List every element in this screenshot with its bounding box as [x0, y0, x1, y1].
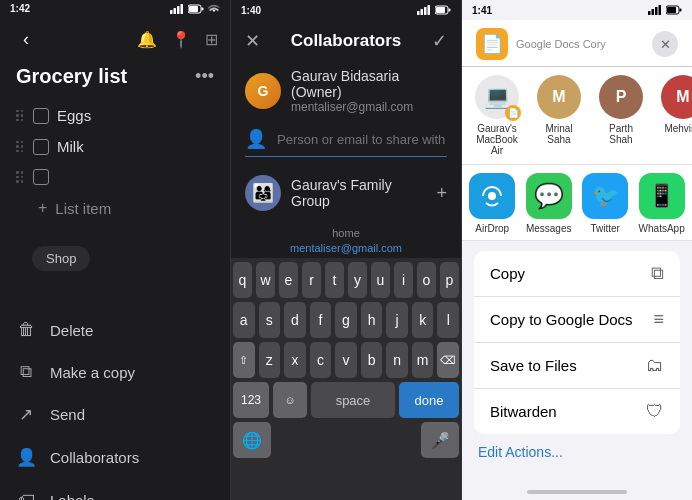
key-h[interactable]: h	[361, 302, 383, 338]
checkbox-eggs[interactable]	[33, 108, 49, 124]
key-e[interactable]: e	[279, 262, 298, 298]
key-o[interactable]: o	[417, 262, 436, 298]
key-c[interactable]: c	[310, 342, 332, 378]
key-s[interactable]: s	[259, 302, 281, 338]
globe-key[interactable]: 🌐	[233, 422, 271, 458]
send-menu-item[interactable]: ↗ Send	[0, 393, 230, 436]
copy-icon: ⧉	[16, 362, 36, 382]
collaborators-title: Collaborators	[291, 31, 402, 51]
labels-label: Labels	[50, 492, 94, 501]
list-item[interactable]	[0, 162, 230, 192]
share-input-row[interactable]: 👤	[245, 128, 447, 157]
svg-rect-12	[436, 7, 445, 13]
labels-menu-item[interactable]: 🏷 Labels	[0, 479, 230, 500]
more-options-button[interactable]: •••	[195, 66, 214, 87]
share-title-row: 📄 Google Docs Cory ✕	[476, 28, 678, 60]
owner-avatar: G	[245, 73, 281, 109]
delete-menu-item[interactable]: 🗑 Delete	[0, 309, 230, 351]
key-v[interactable]: v	[335, 342, 357, 378]
contact-scroll[interactable]: 💻 📄 Gaurav'sMacBook Air M MrinalSaha P P…	[462, 67, 692, 164]
signal-icon	[170, 4, 184, 14]
back-button[interactable]: ‹	[12, 25, 40, 53]
app-icon: 📄	[476, 28, 508, 60]
key-f[interactable]: f	[310, 302, 332, 338]
parth-avatar: P	[599, 75, 643, 119]
copy-action-label: Copy	[490, 265, 525, 282]
key-n[interactable]: n	[386, 342, 408, 378]
bitwarden-label: Bitwarden	[490, 403, 557, 420]
airdrop-action[interactable]: AirDrop	[469, 173, 515, 234]
share-input[interactable]	[277, 132, 447, 147]
backspace-key[interactable]: ⌫	[437, 342, 459, 378]
copy-action[interactable]: Copy ⧉	[474, 251, 680, 297]
contact-parth[interactable]: P ParthShah	[596, 75, 646, 156]
share-sheet-header: 📄 Google Docs Cory ✕	[462, 20, 692, 67]
section-chip[interactable]: Shop	[32, 246, 90, 271]
battery-icon-3	[666, 5, 682, 15]
messages-action[interactable]: 💬 Messages	[526, 173, 572, 234]
num-key[interactable]: 123	[233, 382, 269, 418]
key-m[interactable]: m	[412, 342, 434, 378]
mrinal-avatar: M	[537, 75, 581, 119]
checkbox-empty[interactable]	[33, 169, 49, 185]
shift-key[interactable]: ⇧	[233, 342, 255, 378]
key-q[interactable]: q	[233, 262, 252, 298]
key-i[interactable]: i	[394, 262, 413, 298]
drag-handle	[16, 141, 23, 153]
twitter-icon: 🐦	[582, 173, 628, 219]
done-key[interactable]: done	[399, 382, 459, 418]
key-x[interactable]: x	[284, 342, 306, 378]
key-u[interactable]: u	[371, 262, 390, 298]
location-icon: 📍	[171, 30, 191, 49]
whatsapp-action[interactable]: 📱 WhatsApp	[639, 173, 685, 234]
svg-rect-20	[680, 9, 682, 12]
svg-rect-8	[421, 9, 424, 15]
checkbox-milk[interactable]	[33, 139, 49, 155]
status-icons-3	[648, 5, 682, 15]
collaborators-menu-item[interactable]: 👤 Collaborators	[0, 436, 230, 479]
time-1: 1:42	[10, 3, 30, 14]
key-k[interactable]: k	[412, 302, 434, 338]
svg-rect-9	[424, 7, 427, 15]
space-key[interactable]: space	[311, 382, 395, 418]
add-family-button[interactable]: +	[436, 183, 447, 204]
emoji-key[interactable]: ☺	[273, 382, 307, 418]
key-t[interactable]: t	[325, 262, 344, 298]
save-files-label: Save to Files	[490, 357, 577, 374]
key-g[interactable]: g	[335, 302, 357, 338]
copy-menu-item[interactable]: ⧉ Make a copy	[0, 351, 230, 393]
key-z[interactable]: z	[259, 342, 281, 378]
key-r[interactable]: r	[302, 262, 321, 298]
confirm-button[interactable]: ✓	[432, 30, 447, 52]
twitter-action[interactable]: 🐦 Twitter	[582, 173, 628, 234]
contact-macbook[interactable]: 💻 📄 Gaurav'sMacBook Air	[472, 75, 522, 156]
key-a[interactable]: a	[233, 302, 255, 338]
key-w[interactable]: w	[256, 262, 275, 298]
copy-gdocs-action[interactable]: Copy to Google Docs ≡	[474, 297, 680, 343]
keyboard: q w e r t y u i o p a s d f g h j k l ⇧ …	[231, 258, 461, 500]
bitwarden-action[interactable]: Bitwarden 🛡	[474, 389, 680, 434]
list-item[interactable]: Eggs	[0, 100, 230, 131]
key-y[interactable]: y	[348, 262, 367, 298]
svg-rect-16	[655, 7, 658, 15]
microphone-key[interactable]: 🎤	[421, 422, 459, 458]
contact-mrinal[interactable]: M MrinalSaha	[534, 75, 584, 156]
edit-actions-link[interactable]: Edit Actions...	[462, 434, 692, 470]
item-milk: Milk	[57, 138, 84, 155]
key-l[interactable]: l	[437, 302, 459, 338]
copy-action-icon: ⧉	[651, 263, 664, 284]
key-j[interactable]: j	[386, 302, 408, 338]
keyboard-hint: home	[231, 227, 461, 239]
key-b[interactable]: b	[361, 342, 383, 378]
sheet-close-button[interactable]: ✕	[652, 31, 678, 57]
keyboard-hint2: mentaliser@gmail.com	[231, 242, 461, 254]
contact-mehvish[interactable]: M Mehvish	[658, 75, 692, 156]
svg-rect-13	[449, 9, 451, 12]
key-p[interactable]: p	[440, 262, 459, 298]
list-item[interactable]: Milk	[0, 131, 230, 162]
close-button[interactable]: ✕	[245, 30, 260, 52]
save-files-action[interactable]: Save to Files 🗂	[474, 343, 680, 389]
add-item-row[interactable]: + List item	[22, 192, 230, 224]
signal-icon-3	[648, 5, 662, 15]
key-d[interactable]: d	[284, 302, 306, 338]
